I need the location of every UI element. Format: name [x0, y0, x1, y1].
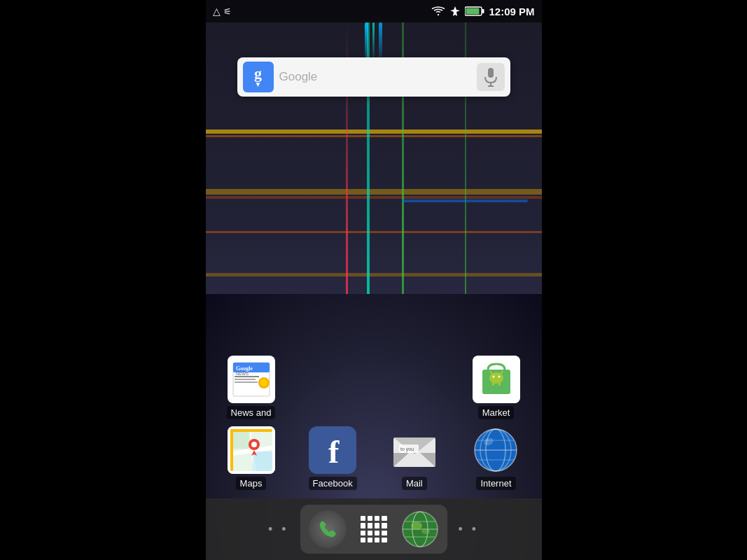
svg-point-58 — [421, 528, 430, 534]
phone-screen: △ ⚟ 12:09 PM g — [206, 0, 542, 560]
svg-point-18 — [489, 372, 503, 384]
svg-rect-12 — [235, 379, 256, 380]
search-input[interactable]: Google — [279, 70, 471, 84]
app-maps[interactable]: Maps — [220, 426, 283, 490]
svg-text:Google: Google — [236, 365, 253, 372]
phone-dock-button[interactable] — [309, 510, 347, 548]
svg-point-19 — [492, 376, 494, 378]
maps-icon — [228, 426, 275, 474]
browser-globe-icon — [401, 510, 439, 548]
dock-right-dots: • • — [447, 522, 491, 537]
svg-text:to you: to you — [400, 447, 414, 452]
svg-rect-24 — [498, 380, 501, 386]
maps-label: Maps — [236, 477, 267, 490]
apps-grid-icon — [355, 510, 393, 548]
microphone-icon — [483, 67, 498, 87]
svg-point-15 — [260, 379, 267, 386]
svg-point-20 — [498, 376, 500, 378]
app-market[interactable]: Market — [465, 356, 528, 419]
svg-rect-1 — [466, 8, 480, 15]
svg-point-32 — [251, 442, 257, 447]
apps-grid-dock-button[interactable] — [355, 510, 393, 548]
google-g-button[interactable]: g ▼ — [243, 62, 274, 92]
app-facebook[interactable]: f Facebook — [301, 426, 364, 490]
internet-icon — [472, 426, 519, 474]
app-row-1: Google NEWS News and — [220, 356, 528, 419]
usb-icon: ⚟ — [223, 6, 232, 17]
mail-label: Mail — [402, 477, 427, 490]
google-g-icon: g — [254, 66, 262, 81]
news-weather-label: News and — [227, 406, 276, 419]
dock-bar: • • — [206, 498, 542, 560]
status-bar: △ ⚟ 12:09 PM — [206, 0, 542, 22]
dock-left-dots: • • — [257, 522, 300, 537]
svg-rect-33 — [230, 429, 233, 471]
svg-rect-2 — [482, 9, 484, 13]
search-bar[interactable]: g ▼ Google — [237, 57, 510, 97]
svg-text:NEWS: NEWS — [236, 372, 249, 376]
svg-point-57 — [411, 522, 422, 530]
facebook-label: Facebook — [309, 477, 357, 490]
browser-dock-button[interactable] — [401, 510, 439, 548]
svg-rect-3 — [488, 68, 494, 78]
internet-label: Internet — [476, 477, 515, 490]
svg-rect-29 — [230, 429, 250, 449]
voice-search-button[interactable] — [477, 63, 505, 91]
status-time: 12:09 PM — [489, 6, 534, 18]
app-news-weather[interactable]: Google NEWS News and — [220, 356, 283, 419]
svg-text:f: f — [328, 434, 340, 470]
facebook-icon: f — [309, 426, 356, 474]
wifi-icon — [431, 6, 445, 17]
dock-center-buttons — [300, 505, 447, 554]
svg-rect-11 — [235, 376, 259, 377]
app-row-2: Maps f Facebook — [220, 426, 528, 490]
phone-circle-icon — [309, 510, 347, 548]
market-icon — [473, 356, 520, 403]
notification-triangle-icon: △ — [213, 6, 221, 17]
airplane-icon — [449, 6, 461, 17]
status-right-icons: 12:09 PM — [431, 6, 534, 18]
status-left-icons: △ ⚟ — [213, 6, 232, 17]
market-label: Market — [478, 406, 515, 419]
svg-rect-23 — [492, 380, 494, 386]
google-dropdown-arrow: ▼ — [255, 81, 262, 88]
app-grid: Google NEWS News and — [206, 356, 542, 497]
svg-rect-34 — [230, 429, 272, 432]
app-mail[interactable]: to you Mail — [383, 426, 446, 490]
news-weather-icon: Google NEWS — [228, 356, 275, 403]
svg-rect-13 — [235, 382, 258, 383]
battery-icon — [465, 6, 484, 16]
app-internet[interactable]: Internet — [464, 426, 527, 490]
mail-icon: to you — [391, 426, 438, 474]
